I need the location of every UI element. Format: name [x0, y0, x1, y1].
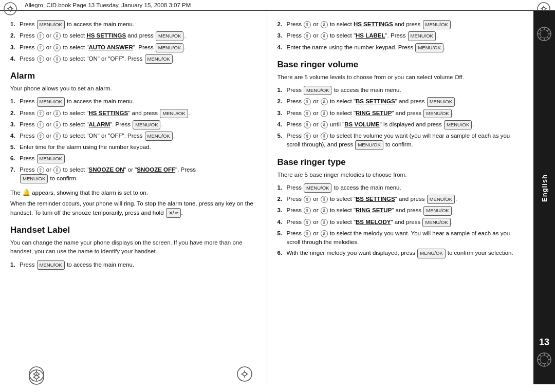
- arrow-up-icon: ⇧: [304, 21, 311, 28]
- arrow-up-icon: ⇧: [37, 55, 44, 63]
- arrow-up-icon: ⇧: [304, 207, 311, 214]
- base-ringer-type-desc: There are 5 base ringer melodies to choo…: [278, 171, 526, 179]
- step-4: 4. Press ⇧ or ⇩ to select "ON" or "OFF".…: [10, 54, 258, 64]
- arrow-down-icon: ⇩: [53, 166, 61, 174]
- right-column: 2. Press ⇧ or ⇩ to select HS SETTINGS an…: [267, 11, 534, 384]
- alarm-step-5: 5. Enter time for the alarm using the nu…: [10, 143, 258, 152]
- bell-icon: 🔔: [22, 189, 30, 196]
- left-column: 1. Press MENU/OK to access the main menu…: [0, 11, 267, 384]
- arrow-up-icon: ⇧: [304, 133, 311, 140]
- bottom-center-crosshair: [236, 366, 253, 384]
- menu-key: MENU/OK: [37, 20, 65, 29]
- brt-step-3: 3. Press ⇧ or ⇩ to select "RING SETUP" a…: [278, 206, 526, 215]
- arrow-down-icon: ⇩: [53, 121, 61, 128]
- brt-step-6: 6. With the ringer melody you want displ…: [278, 249, 526, 258]
- r-step-4: 4. Enter the name using the number keypa…: [278, 43, 526, 52]
- bottom-left-decoration: [28, 369, 45, 387]
- arrow-down-icon: ⇩: [321, 21, 328, 28]
- arrow-down-icon: ⇩: [321, 230, 328, 237]
- menu-key: MENU/OK: [304, 183, 331, 193]
- alarm-steps-list: 1. Press MENU/OK to access the main menu…: [10, 97, 258, 183]
- svg-point-28: [540, 356, 548, 364]
- brv-step-5: 5. Press ⇧ or ⇩ to select the volume you…: [278, 132, 526, 150]
- brt-step-2: 2. Press ⇧ or ⇩ to select "BS SETTINGS" …: [278, 195, 526, 204]
- alarm-step-1: 1. Press MENU/OK to access the main menu…: [10, 97, 258, 106]
- alarm-note-1: The 🔔 appears, showing that the alarm is…: [10, 188, 258, 198]
- arrow-up-icon: ⇧: [304, 110, 311, 117]
- brv-step-4: 4. Press ⇧ or ⇩ until "BS VOLUME" is dis…: [278, 120, 526, 129]
- base-ringer-volume-title: Base ringer volume: [278, 60, 526, 70]
- arrow-down-icon: ⇩: [53, 44, 61, 51]
- menu-key: MENU/OK: [145, 54, 173, 64]
- main-layout: 1. Press MENU/OK to access the main menu…: [0, 11, 555, 384]
- page-container: Allegro_CID.book Page 13 Tuesday, Januar…: [0, 0, 555, 392]
- arrow-down-icon: ⇩: [321, 219, 328, 226]
- menu-key: MENU/OK: [427, 195, 455, 204]
- alarm-section: Alarm Your phone allows you to set an al…: [10, 71, 258, 218]
- menu-key: MENU/OK: [423, 20, 451, 29]
- menu-key: MENU/OK: [145, 132, 173, 141]
- brt-steps-list: 1. Press MENU/OK to access the main menu…: [278, 183, 526, 258]
- handset-label-title: Handset Label: [10, 225, 258, 235]
- menu-key: MENU/OK: [156, 43, 183, 52]
- arrow-up-icon: ⇧: [304, 121, 311, 128]
- step-2: 2. Press ⇧ or ⇩ to select HS SETTINGS an…: [10, 31, 258, 41]
- sidebar-bottom-decoration: [536, 352, 552, 369]
- content-area: 1. Press MENU/OK to access the main menu…: [0, 11, 533, 384]
- alarm-step-2: 2. Press ⇧ or ⇩ to select "HS SETTINGS" …: [10, 109, 258, 118]
- r-step-2: 2. Press ⇧ or ⇩ to select HS SETTINGS an…: [278, 20, 526, 29]
- alarm-title: Alarm: [10, 71, 258, 81]
- arrow-down-icon: ⇩: [321, 207, 328, 214]
- brt-step-5: 5. Press ⇧ or ⇩ to select the melody you…: [278, 229, 526, 247]
- arrow-down-icon: ⇩: [321, 32, 328, 40]
- header-text: Allegro_CID.book Page 13 Tuesday, Januar…: [25, 2, 191, 8]
- menu-key: MENU/OK: [37, 154, 65, 163]
- arrow-down-icon: ⇩: [321, 121, 328, 128]
- step-3: 3. Press ⇧ or ⇩ to select "AUTO ANSWER".…: [10, 43, 258, 52]
- menu-key: MENU/OK: [422, 218, 450, 227]
- handset-steps-list: 1. Press MENU/OK to access the main menu…: [10, 260, 258, 270]
- menu-key: MENU/OK: [133, 120, 160, 129]
- alarm-step-4: 4. Press ⇧ or ⇩ to select "ON" or "OFF".…: [10, 132, 258, 141]
- menu-key: MENU/OK: [417, 249, 445, 258]
- brv-step-3: 3. Press ⇧ or ⇩ to select "RING SETUP" a…: [278, 109, 526, 118]
- alarm-step-7: 7. Press ⇧ or ⇩ to select "SNOOZE ON" or…: [10, 165, 258, 184]
- menu-key: MENU/OK: [415, 43, 443, 52]
- arrow-up-icon: ⇧: [37, 32, 44, 40]
- arrow-down-icon: ⇩: [53, 55, 61, 63]
- menu-key: MENU/OK: [304, 86, 331, 95]
- menu-key: MENU/OK: [444, 120, 472, 129]
- arrow-up-icon: ⇧: [37, 44, 44, 51]
- svg-point-16: [243, 372, 247, 376]
- svg-point-8: [542, 7, 545, 10]
- menu-key: MENU/OK: [408, 31, 436, 41]
- menu-key: MENU/OK: [423, 206, 451, 215]
- menu-key: MENU/OK: [37, 260, 65, 270]
- alarm-desc: Your phone allows you to set an alarm.: [10, 84, 258, 93]
- corner-decoration-tl: [3, 2, 17, 17]
- brt-step-1: 1. Press MENU/OK to access the main menu…: [278, 183, 526, 193]
- arrow-up-icon: ⇧: [304, 98, 311, 105]
- menu-key: MENU/OK: [355, 140, 383, 150]
- arrow-down-icon: ⇩: [321, 133, 328, 140]
- arrow-up-icon: ⇧: [304, 196, 311, 203]
- arrow-down-icon: ⇩: [321, 196, 328, 203]
- r-step-3: 3. Press ⇧ or ⇩ to select "HS LABEL". Pr…: [278, 31, 526, 41]
- menu-key: MENU/OK: [20, 174, 48, 183]
- brv-steps-list: 1. Press MENU/OK to access the main menu…: [278, 86, 526, 150]
- top-steps-list: 1. Press MENU/OK to access the main menu…: [10, 20, 258, 64]
- alarm-step-3: 3. Press ⇧ or ⇩ to select "ALARM". Press…: [10, 120, 258, 129]
- svg-point-3: [9, 7, 12, 10]
- menu-key: MENU/OK: [427, 97, 455, 106]
- delete-key: ✕/⚰: [166, 208, 181, 218]
- base-ringer-volume-section: Base ringer volume There are 5 volume le…: [278, 60, 526, 150]
- base-ringer-type-title: Base ringer type: [278, 157, 526, 167]
- arrow-up-icon: ⇧: [37, 110, 44, 117]
- arrow-up-icon: ⇧: [304, 219, 311, 226]
- right-top-steps: 2. Press ⇧ or ⇩ to select HS SETTINGS an…: [278, 20, 526, 52]
- arrow-down-icon: ⇩: [53, 32, 61, 40]
- brv-step-1: 1. Press MENU/OK to access the main menu…: [278, 86, 526, 95]
- step-1: 1. Press MENU/OK to access the main menu…: [10, 20, 258, 29]
- base-ringer-volume-desc: There are 5 volume levels to choose from…: [278, 73, 526, 82]
- arrow-up-icon: ⇧: [37, 133, 44, 140]
